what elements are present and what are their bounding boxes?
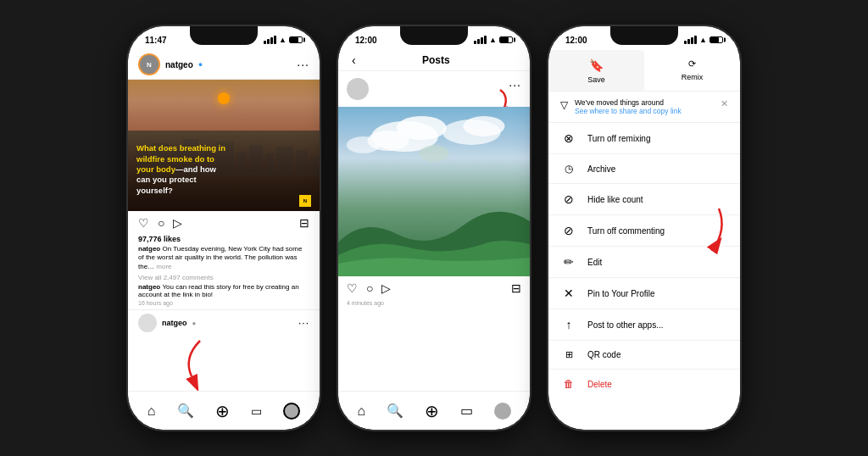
notice-text: We've moved things around — [575, 98, 682, 107]
menu-item-turn-off-commenting[interactable]: ⊘ Turn off commenting — [548, 215, 740, 247]
phone-1-screen: 11:47 ▲ N na — [128, 26, 320, 430]
wifi-icon-2: ▲ — [489, 36, 497, 44]
verified-icon-2: ● — [192, 320, 197, 327]
sun — [218, 92, 230, 104]
phone-2: 12:00 ▲ ‹ Posts — [337, 25, 531, 431]
avatar-1: N — [138, 53, 160, 75]
p2-dots[interactable]: ··· — [509, 78, 521, 92]
view-comments[interactable]: View all 2,497 comments — [128, 273, 320, 282]
nav-plus-1[interactable]: ⊕ — [215, 401, 230, 421]
p2-save-icon[interactable]: ⊟ — [511, 281, 521, 295]
p1-user-row: N natgeo ● — [138, 53, 203, 75]
nav-profile-2[interactable] — [494, 403, 511, 420]
menu-item-qr-code[interactable]: ⊞ QR code — [548, 341, 740, 370]
tab-save[interactable]: 🔖 Save — [548, 50, 644, 91]
time-2: 12:00 — [355, 36, 377, 45]
nav-home-1[interactable]: ⌂ — [147, 403, 156, 419]
status-icons-1: ▲ — [264, 36, 303, 44]
post-apps-label: Post to other apps... — [587, 320, 664, 330]
p1-header: N natgeo ● ··· — [128, 50, 320, 80]
post-image-1: What does breathing inwildfire smoke do … — [128, 80, 320, 211]
wifi-icon: ▲ — [279, 36, 287, 44]
menu-item-turn-off-remixing[interactable]: ⊗ Turn off remixing — [548, 123, 740, 154]
time-3: 12:00 — [565, 36, 587, 45]
phone-2-screen: 12:00 ▲ ‹ Posts — [338, 26, 530, 430]
battery-icon-2 — [499, 36, 513, 43]
p2-header: ‹ Posts — [338, 50, 530, 71]
qr-code-icon: ⊞ — [560, 349, 577, 360]
hide-like-label: Hide like count — [587, 195, 643, 204]
svg-point-19 — [347, 136, 380, 153]
comment-row: natgeo You can read this story for free … — [128, 282, 320, 299]
commenter-username: natgeo — [138, 283, 162, 291]
hide-like-icon: ⊘ — [560, 192, 577, 206]
menu-item-hide-like-count[interactable]: ⊘ Hide like count — [548, 184, 740, 215]
notice-icon: ▽ — [560, 99, 568, 111]
remix-tab-icon: ⟳ — [688, 58, 696, 70]
post-apps-icon: ↑ — [560, 318, 577, 331]
like-icon[interactable]: ♡ — [138, 216, 149, 230]
phone-3: 12:00 ▲ 🔖 S — [547, 25, 742, 431]
p2-image — [338, 107, 530, 276]
suggested-row: natgeo ● ··· — [128, 309, 320, 336]
battery-icon-3 — [709, 36, 723, 43]
status-icons-2: ▲ — [474, 36, 513, 44]
natgeo-logo: N — [299, 195, 311, 207]
sky-layer — [128, 80, 320, 131]
signal-bar-2 — [267, 39, 270, 44]
menu-item-post-other-apps[interactable]: ↑ Post to other apps... — [548, 309, 740, 341]
menu-item-archive[interactable]: ◷ Archive — [548, 154, 740, 184]
menu-item-delete[interactable]: 🗑 Delete — [548, 370, 740, 394]
tab-remix[interactable]: ⟳ Remix — [644, 50, 740, 91]
phone-3-screen: 12:00 ▲ 🔖 S — [548, 26, 740, 430]
username-1: natgeo — [165, 60, 193, 70]
notice-content: We've moved things around See where to s… — [575, 98, 682, 115]
notch-3 — [610, 26, 678, 45]
pin-label: Pin to Your Profile — [587, 289, 655, 298]
p2-share-icon[interactable]: ▷ — [381, 281, 391, 295]
signal-bar-4 — [274, 36, 276, 44]
p3-menu: ⊗ Turn off remixing ◷ Archive ⊘ Hide lik… — [548, 123, 740, 394]
menu-item-pin-profile[interactable]: ✕ Pin to Your Profile — [548, 278, 740, 309]
header-dots-1[interactable]: ··· — [297, 58, 309, 71]
caption-username: natgeo — [138, 245, 162, 253]
nav-profile-1[interactable] — [283, 403, 300, 420]
post-overlay-text: What does breathing inwildfire smoke do … — [136, 143, 311, 196]
battery-icon-1 — [289, 36, 303, 43]
signal-bars-3 — [684, 36, 697, 44]
p2-like-icon[interactable]: ♡ — [347, 281, 358, 295]
phone-1: 11:47 ▲ N na — [126, 25, 321, 431]
notice-link[interactable]: See where to share and copy link — [575, 107, 682, 115]
posts-title: Posts — [422, 54, 450, 66]
comment-icon[interactable]: ○ — [158, 216, 164, 230]
wifi-icon-3: ▲ — [699, 36, 707, 44]
turn-off-remixing-icon: ⊗ — [560, 131, 577, 145]
time-1: 11:47 — [145, 36, 167, 45]
save-icon[interactable]: ⊟ — [299, 216, 309, 230]
nav-search-1[interactable]: 🔍 — [177, 403, 194, 419]
p2-post-actions: ♡ ○ ▷ ⊟ — [338, 276, 530, 300]
share-icon[interactable]: ▷ — [173, 216, 182, 230]
qr-code-label: QR code — [587, 350, 620, 359]
delete-label: Delete — [587, 380, 612, 389]
suggested-name: natgeo — [162, 319, 187, 327]
nav-reels-2[interactable]: ▭ — [460, 403, 473, 419]
delete-icon: 🗑 — [560, 378, 577, 390]
remix-tab-label: Remix — [682, 73, 704, 81]
nav-search-2[interactable]: 🔍 — [387, 403, 403, 419]
nav-plus-2[interactable]: ⊕ — [425, 401, 439, 421]
back-button[interactable]: ‹ — [352, 53, 356, 67]
suggested-avatar — [138, 314, 157, 332]
more-link[interactable]: more — [156, 263, 171, 270]
suggested-dots[interactable]: ··· — [298, 317, 309, 329]
save-tab-icon: 🔖 — [589, 58, 604, 72]
save-tab-label: Save — [587, 75, 605, 84]
nav-home-2[interactable]: ⌂ — [357, 403, 365, 419]
svg-point-20 — [419, 145, 448, 162]
menu-item-edit[interactable]: ✏ Edit — [548, 247, 740, 278]
notice-close[interactable]: ✕ — [721, 98, 728, 109]
nav-reels-1[interactable]: ▭ — [251, 404, 262, 418]
p2-comment-icon[interactable]: ○ — [366, 281, 373, 295]
bottom-nav-1: ⌂ 🔍 ⊕ ▭ — [128, 391, 320, 430]
comment-text: You can read this story for free by crea… — [138, 283, 299, 298]
